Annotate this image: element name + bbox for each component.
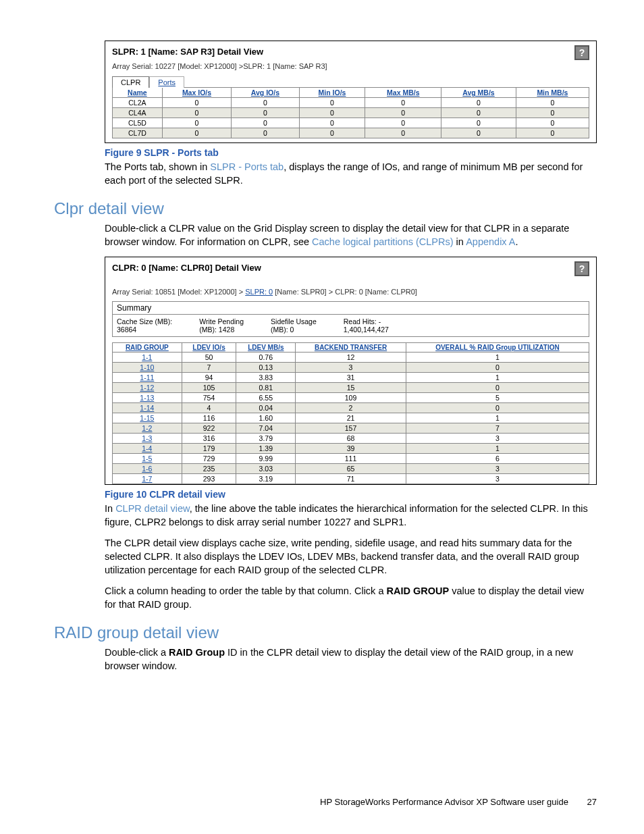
cell-value: 1 xyxy=(406,413,589,423)
table-row: 1-137546.551095 xyxy=(113,393,589,403)
col-raid-group[interactable]: RAID GROUP xyxy=(113,343,182,353)
col-ldev-mb[interactable]: LDEV MB/s xyxy=(236,343,296,353)
col-min-io[interactable]: Min IO/s xyxy=(299,88,365,98)
page-footer: HP StorageWorks Performance Advisor XP S… xyxy=(320,797,597,807)
cell-value: 3 xyxy=(406,474,589,484)
breadcrumb-slpr-link[interactable]: SLPR: 0 xyxy=(245,288,273,296)
table-row: CL7D000000 xyxy=(113,128,589,138)
page-number: 27 xyxy=(587,797,597,807)
link-clpr-detail-view[interactable]: CLPR detail view xyxy=(115,503,190,514)
cell-value: 0 xyxy=(162,98,231,108)
cell-value: 0 xyxy=(299,108,365,118)
cell-value: 0 xyxy=(299,98,365,108)
heading-raid-group-detail-view: RAID group detail view xyxy=(54,623,597,642)
cell-value: 1.60 xyxy=(236,413,296,423)
cell-value: 0 xyxy=(441,118,516,128)
table-row: 1-1500.76121 xyxy=(113,353,589,363)
cell-value: 0.04 xyxy=(236,403,296,413)
raid-group-link[interactable]: 1-3 xyxy=(113,434,182,444)
cell-value: 31 xyxy=(296,373,406,383)
cell-value: 0 xyxy=(299,118,365,128)
cell-value: 3.03 xyxy=(236,464,296,474)
cell-value: 1.39 xyxy=(236,444,296,454)
col-avg-mb[interactable]: Avg MB/s xyxy=(441,88,516,98)
col-max-mb[interactable]: Max MB/s xyxy=(365,88,441,98)
raid-group-link[interactable]: 1-1 xyxy=(113,353,182,363)
cell-value: 0 xyxy=(516,98,589,108)
col-utilization[interactable]: OVERALL % RAID Group UTILIZATION xyxy=(406,343,589,353)
raid-group-link[interactable]: 1-12 xyxy=(113,383,182,393)
link-cache-logical-partitions[interactable]: Cache logical partitions (CLPRs) xyxy=(312,236,454,247)
table-row: 1-1070.1330 xyxy=(113,363,589,373)
table-row: 1-62353.03653 xyxy=(113,464,589,474)
cell-value: 0 xyxy=(365,118,441,128)
col-ldev-io[interactable]: LDEV IO/s xyxy=(182,343,236,353)
cell-value: 0 xyxy=(516,108,589,118)
table-row: 1-121050.81150 xyxy=(113,383,589,393)
table-row: CL4A000000 xyxy=(113,108,589,118)
link-slpr-ports-tab[interactable]: SLPR - Ports tab xyxy=(210,161,284,172)
cell-value: 12 xyxy=(296,353,406,363)
cell-value: 0 xyxy=(441,128,516,138)
raid-group-link[interactable]: 1-13 xyxy=(113,393,182,403)
summary-label: Summary xyxy=(113,302,589,315)
cell-value: 316 xyxy=(182,434,236,444)
breadcrumb: Array Serial: 10851 [Model: XP12000] > S… xyxy=(112,288,589,296)
cell-value: 2 xyxy=(296,403,406,413)
cell-value: 0 xyxy=(406,363,589,373)
cell-value: 0 xyxy=(365,128,441,138)
col-backend[interactable]: BACKEND TRANSFER xyxy=(296,343,406,353)
raid-group-link[interactable]: 1-6 xyxy=(113,464,182,474)
clpr-p2: The CLPR detail view displays cache size… xyxy=(105,537,597,577)
col-name[interactable]: Name xyxy=(113,88,163,98)
cell-value: 0 xyxy=(162,108,231,118)
help-icon[interactable]: ? xyxy=(574,45,589,60)
raid-group-link[interactable]: 1-4 xyxy=(113,444,182,454)
cell-value: 0.81 xyxy=(236,383,296,393)
figure-9-description: The Ports tab, shown in SLPR - Ports tab… xyxy=(105,161,597,187)
cell-value: 7.04 xyxy=(236,423,296,434)
cell-value: 3 xyxy=(406,434,589,444)
raid-group-link[interactable]: 1-10 xyxy=(113,363,182,373)
cell-value: 94 xyxy=(182,373,236,383)
cell-value: 15 xyxy=(296,383,406,393)
link-appendix-a[interactable]: Appendix A xyxy=(466,236,515,247)
clpr-p1: In CLPR detail view, the line above the … xyxy=(105,502,597,529)
col-max-io[interactable]: Max IO/s xyxy=(162,88,231,98)
cell-value: 922 xyxy=(182,423,236,434)
cell-name: CL2A xyxy=(113,98,163,108)
cell-name: CL4A xyxy=(113,108,163,118)
cell-value: 0 xyxy=(232,118,299,128)
cell-value: 729 xyxy=(182,454,236,464)
cell-value: 6.55 xyxy=(236,393,296,403)
raid-group-link[interactable]: 1-15 xyxy=(113,413,182,423)
raid-group-link[interactable]: 1-5 xyxy=(113,454,182,464)
cell-value: 7 xyxy=(182,363,236,373)
raid-group-link[interactable]: 1-11 xyxy=(113,373,182,383)
col-min-mb[interactable]: Min MB/s xyxy=(516,88,589,98)
raid-group-link[interactable]: 1-2 xyxy=(113,423,182,434)
cell-value: 68 xyxy=(296,434,406,444)
cell-value: 109 xyxy=(296,393,406,403)
tab-ports[interactable]: Ports xyxy=(149,76,184,88)
help-icon[interactable]: ? xyxy=(574,261,589,276)
table-row: 1-33163.79683 xyxy=(113,434,589,444)
raid-group-link[interactable]: 1-14 xyxy=(113,403,182,413)
breadcrumb: Array Serial: 10227 [Model: XP12000] >SL… xyxy=(112,62,589,70)
figure-9-block: ? SLPR: 1 [Name: SAP R3] Detail View Arr… xyxy=(105,41,597,143)
cell-value: 0 xyxy=(406,403,589,413)
slpr-detail-title: SLPR: 1 [Name: SAP R3] Detail View xyxy=(112,47,589,57)
table-row: 1-29227.041577 xyxy=(113,423,589,434)
cell-value: 65 xyxy=(296,464,406,474)
raid-group-link[interactable]: 1-7 xyxy=(113,474,182,484)
cell-name: CL7D xyxy=(113,128,163,138)
cell-value: 179 xyxy=(182,444,236,454)
cell-value: 5 xyxy=(406,393,589,403)
cell-value: 0 xyxy=(232,128,299,138)
cell-value: 116 xyxy=(182,413,236,423)
clpr-raid-table: RAID GROUP LDEV IO/s LDEV MB/s BACKEND T… xyxy=(112,342,589,484)
tab-clpr[interactable]: CLPR xyxy=(112,76,149,88)
cell-value: 0 xyxy=(406,383,589,393)
col-avg-io[interactable]: Avg IO/s xyxy=(232,88,299,98)
cell-value: 0 xyxy=(516,128,589,138)
